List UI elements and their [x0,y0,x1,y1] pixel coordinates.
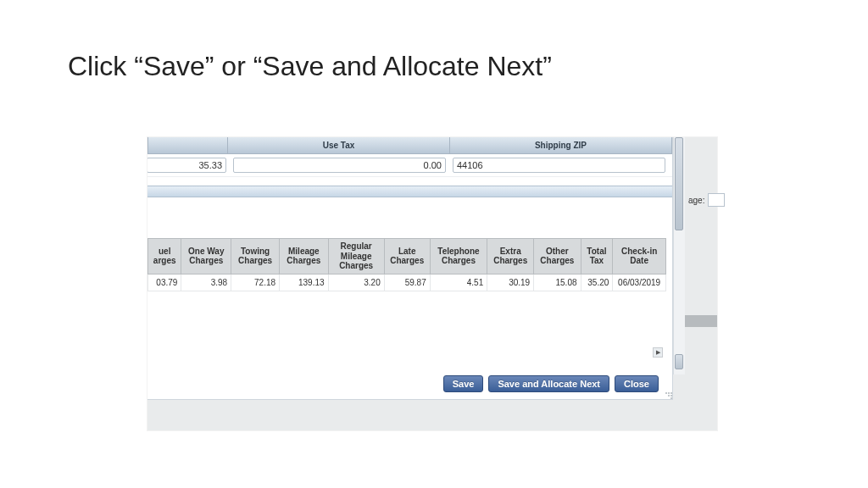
charges-grid: uel arges One Way Charges Towing Charges… [147,238,666,291]
cell-reg-mile: 3.20 [328,274,384,291]
h-scroll-right-icon[interactable] [653,347,663,358]
col-total-tax: Total Tax [581,239,613,274]
col-check-in-date: Check-in Date [613,239,666,274]
shipping-zip-input[interactable]: 44106 [453,158,665,173]
cell-mileage: 139.13 [280,274,329,291]
dialog-panel: Use Tax Shipping ZIP 35.33 0.00 44106 ue… [147,137,673,400]
header-shipping-zip: Shipping ZIP [450,137,671,153]
age-label-fragment: age: [688,193,725,207]
save-button[interactable]: Save [443,375,484,392]
save-and-allocate-next-button[interactable]: Save and Allocate Next [488,375,609,392]
grid-header-row: uel arges One Way Charges Towing Charges… [148,239,666,274]
age-input-fragment[interactable] [708,193,725,207]
v-scrollbar-thumb-bottom[interactable] [675,354,683,369]
col-other-charges: Other Charges [534,239,581,274]
cell-late: 59.87 [384,274,430,291]
header-cell-empty [148,137,228,153]
col-one-way-charges: One Way Charges [181,239,231,274]
cell-fuel: 03.79 [148,274,181,291]
table-row: 03.79 3.98 72.18 139.13 3.20 59.87 4.51 … [148,274,666,291]
col-mileage-charges: Mileage Charges [280,239,329,274]
col-towing-charges: Towing Charges [231,239,280,274]
input-row: 35.33 0.00 44106 [147,154,672,177]
cell-other: 15.08 [534,274,581,291]
slide-title: Click “Save” or “Save and Allocate Next” [68,51,552,82]
col-fuel-charges: uel arges [148,239,181,274]
cell-check-in-date: 06/03/2019 [613,274,666,291]
col-telephone-charges: Telephone Charges [430,239,487,274]
section-divider-bar [147,186,672,197]
button-bar: Save Save and Allocate Next Close [443,375,659,392]
v-scrollbar-thumb[interactable] [675,137,683,230]
use-tax-input[interactable]: 0.00 [233,158,446,173]
col-extra-charges: Extra Charges [487,239,534,274]
header-row: Use Tax Shipping ZIP [147,137,672,154]
screenshot-shell: Use Tax Shipping ZIP 35.33 0.00 44106 ue… [147,137,717,430]
cell-total-tax: 35.20 [581,274,613,291]
cell-extra: 30.19 [487,274,534,291]
close-button[interactable]: Close [615,375,659,392]
age-label: age: [688,196,704,205]
cell-one-way: 3.98 [181,274,231,291]
col-regular-mileage: Regular Mileage Charges [328,239,384,274]
background-strip [685,315,717,327]
col-late-charges: Late Charges [384,239,430,274]
left-value-input[interactable]: 35.33 [147,158,226,173]
cell-telephone: 4.51 [430,274,487,291]
header-use-tax: Use Tax [228,137,450,153]
cell-towing: 72.18 [231,274,280,291]
